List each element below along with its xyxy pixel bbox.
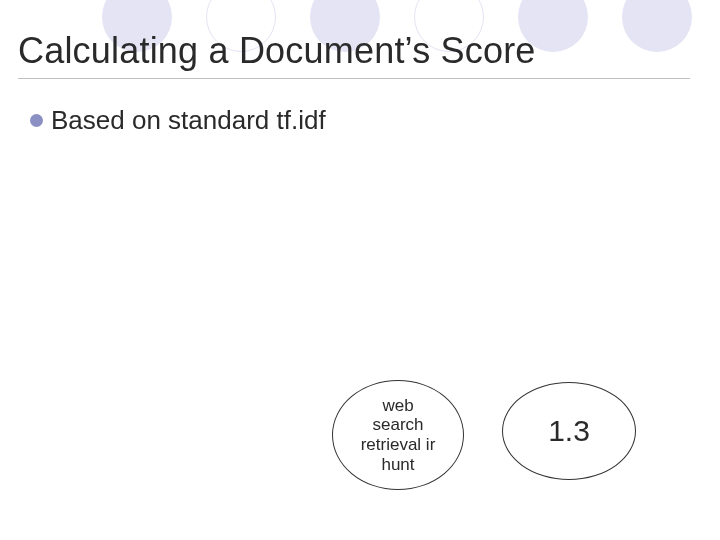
slide: Calculating a Document’s Score Based on …: [0, 0, 720, 540]
bullet-text: Based on standard tf.idf: [51, 105, 326, 136]
score-ellipse: 1.3: [502, 382, 636, 480]
slide-title: Calculating a Document’s Score: [18, 30, 536, 72]
score-ellipse-text: 1.3: [548, 414, 590, 448]
bullet-dot-icon: [30, 114, 43, 127]
decorative-circle-icon: [622, 0, 692, 52]
terms-ellipse-text: web search retrieval ir hunt: [361, 396, 436, 474]
title-underline: [18, 78, 690, 79]
terms-ellipse: web search retrieval ir hunt: [332, 380, 464, 490]
bullet-item: Based on standard tf.idf: [30, 105, 326, 136]
